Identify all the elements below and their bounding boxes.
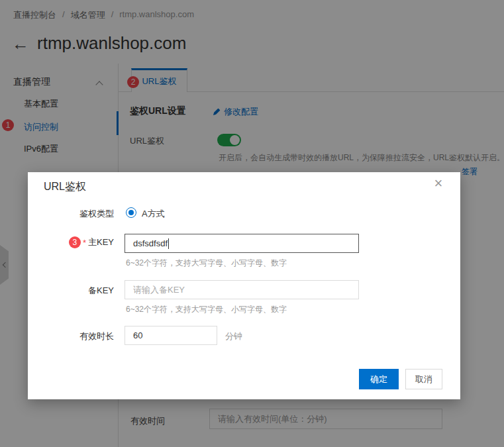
main-key-input[interactable]: dsfsdfsdf — [125, 234, 359, 253]
ok-button[interactable]: 确定 — [359, 369, 399, 389]
main-key-value: dsfsdfsdf — [133, 238, 168, 248]
auth-type-label: 鉴权类型 — [28, 208, 114, 220]
console-screen: 直播控制台 / 域名管理 / rtmp.wanlshop.com ← rtmp.… — [0, 0, 504, 447]
required-mark: * — [83, 238, 86, 248]
main-key-label: 主KEY — [88, 236, 114, 248]
modal-title: URL鉴权 — [44, 180, 86, 194]
radio-dot — [128, 210, 134, 215]
duration-unit: 分钟 — [225, 330, 242, 342]
duration-label: 有效时长 — [28, 330, 114, 342]
main-key-label-row: 3 * 主KEY — [28, 236, 114, 248]
cancel-button[interactable]: 取消 — [405, 369, 442, 389]
auth-type-radio[interactable] — [126, 207, 136, 218]
duration-input[interactable] — [125, 326, 217, 345]
text-cursor — [168, 238, 169, 249]
backup-key-helper: 6~32个字符，支持大写字母、小写字母、数字 — [126, 304, 287, 315]
main-key-helper: 6~32个字符，支持大写字母、小写字母、数字 — [126, 258, 287, 269]
backup-key-label: 备KEY — [28, 285, 114, 297]
close-icon[interactable]: × — [430, 175, 447, 192]
backup-key-input[interactable] — [125, 280, 359, 299]
url-auth-modal: URL鉴权 × 鉴权类型 A方式 3 * 主KEY dsfsdfsdf 6~32… — [28, 172, 460, 399]
step-badge-3: 3 — [69, 236, 81, 248]
auth-type-option[interactable]: A方式 — [142, 208, 165, 220]
